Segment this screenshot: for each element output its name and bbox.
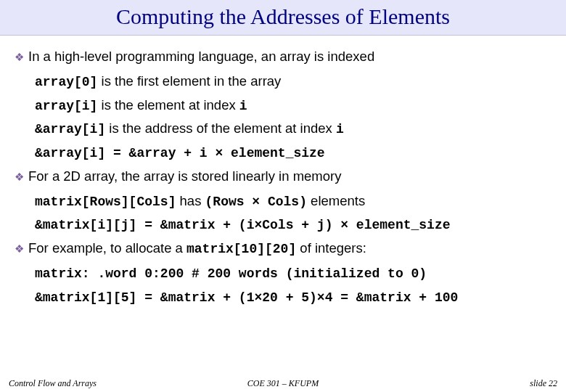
code-text: i <box>239 99 247 113</box>
code-text: &array[i] = &array + i × element_size <box>35 146 325 160</box>
slide-content: ❖In a high-level programming language, a… <box>0 36 566 306</box>
code-text: array[0] <box>35 75 97 89</box>
diamond-bullet-icon: ❖ <box>15 49 24 66</box>
body-text: is the address of the element at index <box>105 121 336 136</box>
diamond-bullet-icon: ❖ <box>15 240 24 258</box>
code-text: matrix[Rows][Cols] <box>35 195 176 209</box>
bullet-item: ❖In a high-level programming language, a… <box>15 49 551 66</box>
slide-title: Computing the Addresses of Elements <box>0 4 566 29</box>
body-text: is the first element in the array <box>97 73 281 89</box>
code-text: (Rows × Cols) <box>205 195 307 209</box>
sub-item: &array[i] = &array + i × element_size <box>35 144 551 161</box>
sub-item: array[i] is the element at index i <box>35 97 551 114</box>
title-bar: Computing the Addresses of Elements <box>0 0 566 36</box>
footer: Control Flow and Arrays COE 301 – KFUPM … <box>0 378 566 389</box>
code-text: &matrix[1][5] = &matrix + (1×20 + 5)×4 =… <box>35 290 458 305</box>
body-text: For example, to allocate a <box>28 240 186 256</box>
sub-item: &matrix[1][5] = &matrix + (1×20 + 5)×4 =… <box>35 289 551 306</box>
bullet-item: ❖For example, to allocate a matrix[10][2… <box>15 240 551 258</box>
code-text: &array[i] <box>35 122 105 136</box>
body-text: of integers: <box>296 240 366 256</box>
footer-right: slide 22 <box>374 378 557 389</box>
body-text: elements <box>307 193 365 208</box>
body-text: is the element at index <box>97 97 239 113</box>
code-text: matrix: .word 0:200 # 200 words (initial… <box>35 266 427 281</box>
sub-item: matrix: .word 0:200 # 200 words (initial… <box>35 265 551 282</box>
bullet-text: For example, to allocate a matrix[10][20… <box>28 240 366 257</box>
bullet-text: For a 2D array, the array is stored line… <box>28 168 341 184</box>
footer-left: Control Flow and Arrays <box>9 378 192 389</box>
sub-item: &matrix[i][j] = &matrix + (i×Cols + j) ×… <box>35 216 551 233</box>
bullet-text: In a high-level programming language, an… <box>28 49 374 64</box>
footer-center: COE 301 – KFUPM <box>192 378 374 389</box>
code-text: i <box>336 122 344 136</box>
sub-item: &array[i] is the address of the element … <box>35 121 551 137</box>
sub-item: array[0] is the first element in the arr… <box>35 73 551 90</box>
code-text: &matrix[i][j] = &matrix + (i×Cols + j) ×… <box>35 218 451 232</box>
code-text: matrix[10][20] <box>186 242 296 256</box>
body-text: has <box>176 193 205 208</box>
sub-item: matrix[Rows][Cols] has (Rows × Cols) ele… <box>35 193 551 210</box>
bullet-item: ❖For a 2D array, the array is stored lin… <box>15 168 551 186</box>
diamond-bullet-icon: ❖ <box>15 168 24 186</box>
code-text: array[i] <box>35 99 97 113</box>
